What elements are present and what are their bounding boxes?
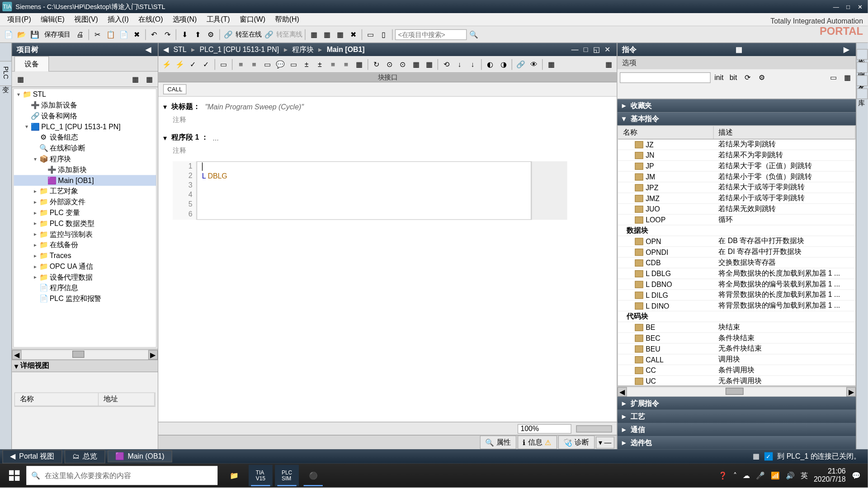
tree-tb-1[interactable]: ▦ (14, 73, 26, 85)
tab-collapse[interactable]: ▾ — (596, 436, 614, 448)
tray-bluetooth-icon[interactable]: ☁ (743, 471, 750, 480)
go-online-icon[interactable]: 🔗 (222, 28, 234, 40)
menu-view[interactable]: 视图(V) (69, 13, 103, 26)
basic-instructions-label[interactable]: 基本指令 (631, 114, 659, 124)
vtab-instructions[interactable]: 指令 (856, 49, 868, 60)
instruction-item[interactable]: JN若结果不为零则跳转 (618, 150, 855, 161)
network-1-collapse-icon[interactable]: ▾ (163, 133, 172, 142)
ed-tb-27[interactable]: 👁 (528, 58, 539, 70)
instruction-item[interactable]: L DBNO将全局数据块的编号装载到累加器 1 ... (618, 279, 855, 290)
bc-back-icon[interactable]: ◀ (163, 45, 169, 54)
instruction-category[interactable]: 代码块 (618, 311, 855, 322)
filter-btn-5[interactable]: ▭ (827, 72, 839, 84)
instruction-item[interactable]: UC无条件调用块 (618, 376, 855, 386)
block-comment[interactable]: 注释 (161, 114, 614, 126)
tree-item[interactable]: 📄程序信息 (14, 282, 156, 293)
vtab-tasks[interactable]: 任务 (856, 75, 868, 86)
menu-project[interactable]: 项目(P) (2, 13, 36, 26)
tab-diagnostics[interactable]: 🩺诊断 (558, 436, 594, 449)
tree-item[interactable]: ▾📁STL (14, 89, 156, 100)
tray-notification-icon[interactable]: 💬 (852, 471, 861, 480)
go-online-label[interactable]: 转至在线 (236, 30, 262, 39)
start-button[interactable] (2, 465, 26, 487)
vtab-plc-vars[interactable]: PLC 变 (0, 61, 12, 86)
call-chip[interactable]: CALL (163, 84, 187, 94)
instruction-item[interactable]: L DBLG将全局数据块的长度加载到累加器 1 ... (618, 268, 855, 279)
ed-tb-18[interactable]: ⊙ (397, 58, 409, 70)
tree-item[interactable]: ▸📁PLC 变量 (14, 207, 156, 218)
filter-btn-2[interactable]: bit (727, 72, 739, 84)
filter-btn-1[interactable]: init (713, 72, 725, 84)
instruction-item[interactable]: OPNDI在 DI 寄存器中打开数据块 (618, 247, 855, 258)
menu-options[interactable]: 选项(N) (168, 13, 202, 26)
instr-scroll-right[interactable]: ▶ (846, 387, 856, 396)
ed-tb-4[interactable]: ✓ (200, 58, 212, 70)
bc-main[interactable]: Main [OB1] (325, 45, 367, 54)
tree-item[interactable]: 🔍在线和诊断 (14, 143, 156, 154)
detail-collapse-icon[interactable]: ▾ (14, 361, 18, 370)
tab-properties[interactable]: 🔍属性 (480, 436, 516, 449)
favorites-label[interactable]: 收藏夹 (631, 101, 652, 111)
instruction-item[interactable]: BE块结束 (618, 322, 855, 333)
network-1-comment[interactable]: 注释 (161, 145, 614, 156)
ed-tb-6[interactable]: ≡ (235, 58, 247, 70)
upload-icon[interactable]: ⬆ (192, 28, 203, 40)
ed-tb-5[interactable]: ▭ (217, 58, 229, 70)
undo-icon[interactable]: ↶ (148, 28, 160, 40)
new-project-icon[interactable]: 📄 (2, 28, 14, 40)
menu-help[interactable]: 帮助(H) (270, 13, 304, 26)
acc-tech[interactable]: 工艺 (631, 411, 645, 421)
instr-scroll-left[interactable]: ◀ (618, 387, 627, 396)
tree-item[interactable]: ➕添加新设备 (14, 100, 156, 111)
portal-view-tab[interactable]: ◀Portal 视图 (2, 450, 62, 463)
editor-minimize-icon[interactable]: — (570, 45, 580, 54)
editor-restore-icon[interactable]: ◱ (592, 45, 601, 54)
tree-item[interactable]: ▸📁外部源文件 (14, 197, 156, 207)
ed-tb-2[interactable]: ⚡ (174, 58, 186, 70)
instruction-item[interactable]: JM若结果小于零（负值）则跳转 (618, 171, 855, 182)
bc-plc[interactable]: PLC_1 [CPU 1513-1 PN] (197, 45, 281, 54)
ed-tb-28[interactable]: ▦ (545, 58, 557, 70)
ed-tb-25[interactable]: ◑ (497, 58, 509, 70)
tray-mic-icon[interactable]: 🎤 (756, 471, 765, 480)
ed-tb-16[interactable]: ↻ (371, 58, 382, 70)
tree-item[interactable]: 🟪Main [OB1] (14, 175, 156, 186)
tray-chevron-icon[interactable]: ˄ (733, 471, 737, 480)
basic-expand-icon[interactable]: ▾ (622, 115, 631, 123)
tree-item[interactable]: ▾📦程序块 (14, 154, 156, 164)
tb-icon-4[interactable]: ✖ (347, 28, 359, 40)
ed-tb-7[interactable]: ≡ (248, 58, 260, 70)
instruction-item[interactable]: CALL调用块 (618, 354, 855, 365)
menu-tools[interactable]: 工具(T) (202, 13, 235, 26)
tb-icon-5[interactable]: ▭ (364, 28, 376, 40)
ed-tb-settings[interactable]: ▦ (603, 58, 614, 70)
tree-item[interactable]: ▸📁Traces (14, 250, 156, 261)
filter-btn-4[interactable]: ⚙ (756, 72, 768, 84)
tray-clock[interactable]: 21:06 2020/7/18 (814, 468, 846, 483)
acc-comm[interactable]: 通信 (631, 424, 645, 434)
menu-window[interactable]: 窗口(W) (235, 13, 270, 26)
ed-tb-15[interactable]: ▦ (353, 58, 365, 70)
editor-close-icon[interactable]: ✕ (603, 45, 612, 54)
ed-tb-1[interactable]: ⚡ (161, 58, 173, 70)
taskbar-explorer-icon[interactable]: 📁 (222, 465, 246, 487)
main-ob1-tab[interactable]: 🟪Main (OB1) (108, 450, 172, 462)
code-editor[interactable]: L DBLG (197, 161, 531, 220)
instruction-category[interactable]: 数据块 (618, 225, 855, 236)
instruction-item[interactable]: JPZ若结果大于或等于零则跳转 (618, 182, 855, 193)
project-search-input[interactable] (395, 29, 467, 40)
ed-tb-9[interactable]: 💬 (274, 58, 286, 70)
ed-tb-13[interactable]: ≡ (327, 58, 339, 70)
tree-item[interactable]: ▾🟦PLC_1 [CPU 1513-1 PN] (14, 121, 156, 132)
open-project-icon[interactable]: 📂 (15, 28, 27, 40)
instruction-item[interactable]: OPN在 DB 寄存器中打开数据块 (618, 236, 855, 247)
ed-tb-20[interactable]: ▦ (423, 58, 435, 70)
tree-tb-3[interactable]: ▦ (143, 73, 155, 85)
menu-online[interactable]: 在线(O) (133, 13, 168, 26)
bc-stl[interactable]: STL (171, 45, 189, 54)
go-offline-icon[interactable]: 🔗 (263, 28, 275, 40)
instruction-item[interactable]: JUO若结果无效则跳转 (618, 204, 855, 215)
tree-item[interactable]: ▸📁PLC 数据类型 (14, 218, 156, 229)
instructions-close-icon[interactable]: ▶ (841, 45, 851, 54)
save-icon[interactable]: 💾 (28, 28, 40, 40)
